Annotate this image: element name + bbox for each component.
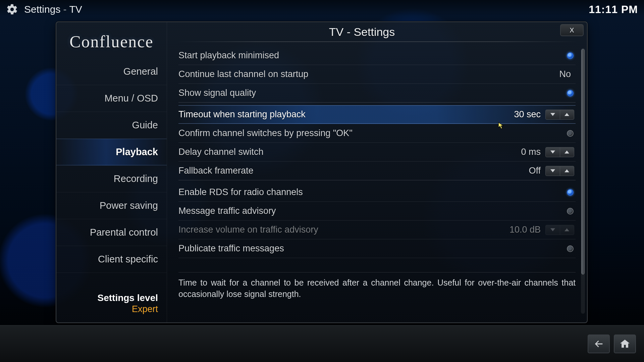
sidebar-item-label: Client specific bbox=[98, 254, 158, 265]
toggle-radio[interactable] bbox=[567, 130, 574, 137]
chevron-down-icon bbox=[550, 169, 555, 172]
breadcrumb-sub: TV bbox=[69, 4, 82, 15]
settings-level-value: Expert bbox=[56, 304, 158, 314]
toggle-radio[interactable] bbox=[567, 245, 574, 252]
sidebar-item-parental-control[interactable]: Parental control bbox=[56, 219, 167, 246]
content-divider bbox=[176, 42, 578, 42]
spinner-up[interactable] bbox=[560, 166, 574, 176]
sidebar-item-playback[interactable]: Playback bbox=[56, 139, 167, 166]
setting-label: Fallback framerate bbox=[178, 166, 529, 176]
sidebar-item-label: Recording bbox=[114, 173, 158, 184]
sidebar-item-label: General bbox=[123, 66, 158, 77]
setting-row[interactable]: Message traffic advisory bbox=[178, 202, 576, 221]
sidebar-item-recording[interactable]: Recording bbox=[56, 166, 167, 192]
spinner-down[interactable] bbox=[546, 110, 560, 119]
spinner-down[interactable] bbox=[546, 166, 560, 176]
setting-label: Show signal quality bbox=[178, 88, 567, 98]
setting-label: Timeout when starting playback bbox=[178, 109, 514, 120]
toggle-radio[interactable] bbox=[567, 90, 574, 97]
breadcrumb-sep: - bbox=[63, 4, 66, 15]
setting-value: No bbox=[559, 69, 571, 79]
clock: 11:11 PM bbox=[589, 3, 638, 16]
setting-value: 10.0 dB bbox=[509, 225, 541, 235]
setting-label: Message traffic advisory bbox=[178, 206, 567, 216]
setting-row[interactable]: Start playback minimised bbox=[178, 46, 576, 65]
settings-level[interactable]: Settings level Expert bbox=[56, 290, 167, 322]
chevron-up-icon bbox=[565, 169, 569, 172]
setting-label: Increase volume on traffic advisory bbox=[178, 225, 509, 235]
chevron-down-icon bbox=[550, 113, 555, 116]
scrollbar-thumb[interactable] bbox=[581, 49, 585, 275]
content-panel: Start playback minimisedContinue last ch… bbox=[167, 22, 587, 322]
setting-row[interactable]: Timeout when starting playback30 sec bbox=[178, 105, 576, 124]
sidebar-item-label: Playback bbox=[116, 146, 158, 158]
sidebar-item-label: Parental control bbox=[90, 227, 158, 238]
sidebar: Confluence GeneralMenu / OSDGuidePlaybac… bbox=[56, 22, 167, 322]
brand-logo: Confluence bbox=[56, 29, 167, 54]
chevron-down-icon bbox=[550, 228, 555, 231]
sidebar-item-power-saving[interactable]: Power saving bbox=[56, 192, 167, 219]
setting-row[interactable]: Fallback framerateOff bbox=[178, 162, 576, 180]
sidebar-item-menu-osd[interactable]: Menu / OSD bbox=[56, 85, 167, 112]
setting-label: Enable RDS for radio channels bbox=[178, 187, 567, 197]
chevron-up-icon bbox=[565, 228, 569, 231]
setting-row[interactable]: Delay channel switch0 ms bbox=[178, 143, 576, 162]
spinner-down[interactable] bbox=[546, 147, 560, 157]
setting-label: Start playback minimised bbox=[178, 50, 567, 61]
setting-row[interactable]: Show signal quality bbox=[178, 84, 576, 103]
toggle-radio[interactable] bbox=[567, 208, 574, 215]
home-button[interactable] bbox=[614, 335, 636, 353]
arrow-left-icon bbox=[593, 338, 604, 350]
spinner[interactable] bbox=[545, 110, 574, 120]
bottom-bar bbox=[0, 325, 644, 362]
spinner bbox=[545, 225, 574, 235]
setting-row[interactable]: Enable RDS for radio channels bbox=[178, 183, 576, 202]
chevron-down-icon bbox=[550, 150, 555, 154]
breadcrumb-main[interactable]: Settings bbox=[24, 4, 60, 15]
settings-rows: Start playback minimisedContinue last ch… bbox=[178, 46, 576, 258]
sidebar-item-label: Guide bbox=[132, 120, 158, 131]
setting-row: Increase volume on traffic advisory10.0 … bbox=[178, 221, 576, 239]
top-bar: Settings - TV 11:11 PM bbox=[6, 2, 638, 17]
gear-icon bbox=[6, 3, 18, 15]
setting-value: Off bbox=[529, 166, 541, 176]
setting-label: Continue last channel on startup bbox=[178, 69, 559, 79]
spinner-up[interactable] bbox=[560, 147, 574, 157]
toggle-radio[interactable] bbox=[567, 52, 574, 59]
sidebar-nav: GeneralMenu / OSDGuidePlaybackRecordingP… bbox=[56, 58, 167, 273]
setting-label: Delay channel switch bbox=[178, 147, 521, 157]
setting-row[interactable]: Publicate traffic messages bbox=[178, 239, 576, 258]
spinner-up[interactable] bbox=[560, 110, 574, 119]
sidebar-item-label: Power saving bbox=[100, 200, 158, 211]
setting-label: Publicate traffic messages bbox=[178, 243, 567, 254]
sidebar-item-guide[interactable]: Guide bbox=[56, 112, 167, 139]
brand-text: Confluence bbox=[69, 32, 153, 51]
sidebar-item-client-specific[interactable]: Client specific bbox=[56, 246, 167, 273]
setting-row[interactable]: Confirm channel switches by pressing "OK… bbox=[178, 124, 576, 143]
toggle-radio[interactable] bbox=[567, 189, 574, 196]
setting-value: 0 ms bbox=[521, 147, 541, 157]
settings-window: TV - Settings X Confluence GeneralMenu /… bbox=[56, 21, 588, 323]
chevron-up-icon bbox=[565, 150, 569, 154]
spinner-down bbox=[546, 225, 560, 235]
chevron-up-icon bbox=[565, 113, 569, 116]
spinner[interactable] bbox=[545, 147, 574, 157]
setting-value: 30 sec bbox=[514, 109, 541, 120]
sidebar-item-general[interactable]: General bbox=[56, 58, 167, 85]
spinner[interactable] bbox=[545, 166, 574, 176]
scrollbar[interactable] bbox=[581, 48, 585, 314]
back-button[interactable] bbox=[588, 335, 610, 353]
setting-description: Time to wait for a channel to be receive… bbox=[178, 272, 576, 313]
setting-label: Confirm channel switches by pressing "OK… bbox=[178, 128, 567, 138]
home-icon bbox=[619, 338, 631, 350]
setting-row[interactable]: Continue last channel on startupNo bbox=[178, 65, 576, 84]
settings-level-label: Settings level bbox=[56, 293, 158, 303]
sidebar-item-label: Menu / OSD bbox=[104, 93, 158, 104]
spinner-up bbox=[560, 225, 574, 235]
